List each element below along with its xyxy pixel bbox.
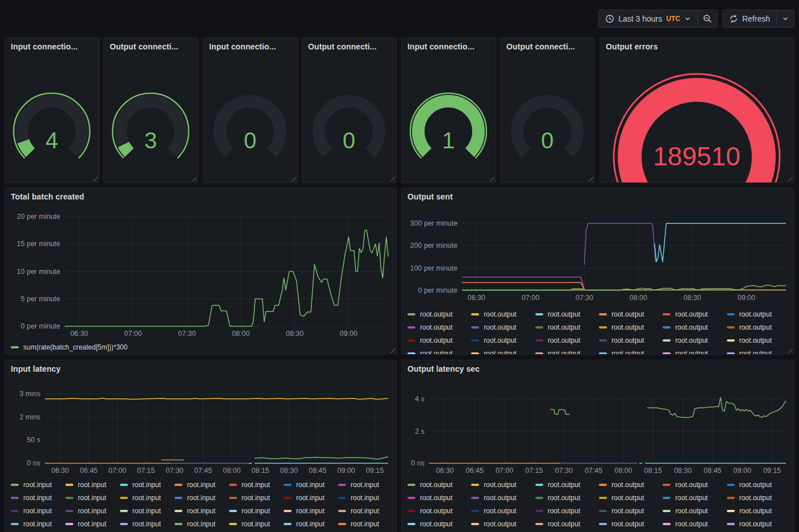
legend-item[interactable]: root.output	[471, 307, 535, 321]
legend-item[interactable]: root.output	[663, 478, 726, 491]
legend-item[interactable]: root.output	[471, 504, 535, 517]
chart-input-latency[interactable]: 0 ns50 s2 mins3 mins06:3006:4507:0007:15…	[10, 377, 393, 477]
panel-title[interactable]: Output connecti...	[501, 38, 594, 51]
panel-title[interactable]: Output latency sec	[402, 360, 794, 373]
legend-item[interactable]: root.input	[229, 517, 284, 530]
legend-item[interactable]: root.input	[229, 504, 284, 517]
panel-title[interactable]: Input connectio...	[402, 38, 496, 51]
legend-item[interactable]: root.output	[599, 517, 663, 530]
legend-item[interactable]: root.output	[663, 334, 726, 347]
panel-title[interactable]: Input connectio...	[203, 38, 297, 51]
legend-item[interactable]: root.output	[471, 334, 535, 347]
legend-item[interactable]: root.input	[229, 491, 284, 504]
legend-item[interactable]: sum(rate(batch_created[5m]))*300	[11, 340, 393, 354]
legend-item[interactable]: root.input	[11, 491, 65, 504]
legend-item[interactable]: root.input	[338, 491, 393, 504]
legend-item[interactable]: root.input	[174, 517, 229, 530]
legend-item[interactable]: root.output	[535, 504, 599, 517]
legend-item[interactable]: root.output	[535, 491, 599, 504]
legend-item[interactable]: root.input	[65, 478, 120, 491]
legend-item[interactable]: root.output	[471, 478, 535, 491]
legend-item[interactable]: root.output	[663, 504, 726, 517]
chart-plot[interactable]: 0 ns2 s4 s06:3006:4507:0007:1507:3007:45…	[406, 377, 790, 477]
refresh-interval-dropdown[interactable]	[777, 10, 794, 28]
legend-item[interactable]: root.output	[727, 504, 790, 517]
legend-item[interactable]: root.output	[663, 307, 726, 321]
legend-item[interactable]: root.output	[727, 347, 790, 355]
legend-item[interactable]: root.output	[471, 321, 535, 334]
legend-item[interactable]: root.output	[535, 347, 599, 355]
legend-item[interactable]: root.output	[471, 491, 535, 504]
chart-plot[interactable]: 0 per minute100 per minute200 per minute…	[406, 205, 790, 305]
legend-item[interactable]: root.output	[535, 307, 599, 321]
chart-output-latency-sec[interactable]: 0 ns2 s4 s06:3006:4507:0007:1507:3007:45…	[406, 377, 790, 477]
legend-item[interactable]: root.input	[174, 491, 229, 504]
legend-item[interactable]: root.input	[120, 491, 174, 504]
legend-item[interactable]: root.input	[11, 478, 65, 491]
legend-item[interactable]: root.output	[407, 478, 471, 491]
legend-item[interactable]: root.output	[663, 491, 726, 504]
legend-item[interactable]: root.input	[338, 504, 393, 517]
legend-item[interactable]: root.input	[120, 478, 174, 491]
legend-item[interactable]: root.output	[599, 491, 663, 504]
legend-item[interactable]: root.input	[284, 504, 338, 517]
legend-item[interactable]: root.output	[727, 491, 790, 504]
legend-item[interactable]: root.input	[11, 517, 65, 530]
time-picker-button[interactable]: Last 3 hours UTC	[598, 10, 698, 28]
legend-item[interactable]: root.output	[407, 491, 471, 504]
legend-item[interactable]: root.output	[535, 334, 599, 347]
panel-title[interactable]: Output connecti...	[104, 38, 198, 51]
legend-item[interactable]: root.output	[471, 517, 535, 530]
chart-plot[interactable]: 0 ns50 s2 mins3 mins06:3006:4507:0007:15…	[10, 377, 393, 477]
legend-item[interactable]: root.output	[407, 307, 471, 321]
legend-item[interactable]: root.output	[663, 347, 726, 355]
legend-item[interactable]: root.output	[535, 321, 599, 334]
panel-title[interactable]: Total batch created	[5, 188, 396, 201]
legend-item[interactable]: root.output	[599, 307, 663, 321]
chart-plot[interactable]: 0 per minute5 per minute10 per minute15 …	[10, 205, 393, 342]
legend-item[interactable]: root.output	[407, 347, 471, 355]
legend-item[interactable]: root.output	[727, 478, 790, 491]
legend-item[interactable]: root.output	[471, 347, 535, 355]
panel-title[interactable]: Output connecti...	[302, 38, 396, 51]
legend-item[interactable]: root.output	[535, 517, 599, 530]
legend-item[interactable]: root.output	[535, 478, 599, 491]
legend-item[interactable]: root.output	[599, 478, 663, 491]
legend-item[interactable]: root.input	[65, 517, 120, 530]
zoom-out-button[interactable]	[698, 10, 718, 28]
legend-item[interactable]: root.input	[284, 478, 338, 491]
panel-title[interactable]: Output sent	[402, 188, 794, 201]
chart-total-batch-created[interactable]: 0 per minute5 per minute10 per minute15 …	[10, 205, 393, 342]
legend-item[interactable]: root.input	[174, 478, 229, 491]
legend-item[interactable]: root.input	[120, 504, 174, 517]
legend-item[interactable]: root.input	[338, 478, 393, 491]
legend-item[interactable]: root.output	[727, 517, 790, 530]
panel-title[interactable]: Output errors	[600, 38, 794, 51]
legend-item[interactable]: root.input	[120, 517, 174, 530]
chart-output-sent[interactable]: 0 per minute100 per minute200 per minute…	[406, 205, 790, 305]
legend-item[interactable]: root.output	[407, 504, 471, 517]
legend-item[interactable]: root.output	[663, 321, 726, 334]
panel-title[interactable]: Input connectio...	[5, 38, 99, 51]
legend-item[interactable]: root.output	[599, 347, 663, 355]
legend-item[interactable]: root.output	[727, 321, 790, 334]
legend-item[interactable]: root.output	[727, 334, 790, 347]
legend-item[interactable]: root.output	[407, 517, 471, 530]
legend-item[interactable]: root.input	[11, 504, 65, 517]
legend-item[interactable]: root.output	[599, 334, 663, 347]
legend-item[interactable]: root.output	[407, 334, 471, 347]
legend-item[interactable]: root.output	[663, 517, 726, 530]
legend-item[interactable]: root.input	[65, 491, 120, 504]
legend-item[interactable]: root.input	[284, 517, 338, 530]
legend-item[interactable]: root.input	[229, 478, 284, 491]
legend-item[interactable]: root.input	[338, 517, 393, 530]
legend-item[interactable]: root.output	[599, 321, 663, 334]
legend-item[interactable]: root.output	[407, 321, 471, 334]
panel-title[interactable]: Input latency	[5, 360, 396, 373]
legend-item[interactable]: root.output	[599, 504, 663, 517]
legend-item[interactable]: root.output	[727, 307, 790, 321]
legend-item[interactable]: root.input	[284, 491, 338, 504]
legend-item[interactable]: root.input	[174, 504, 229, 517]
refresh-button[interactable]: Refresh	[722, 10, 777, 28]
legend-item[interactable]: root.input	[65, 504, 120, 517]
